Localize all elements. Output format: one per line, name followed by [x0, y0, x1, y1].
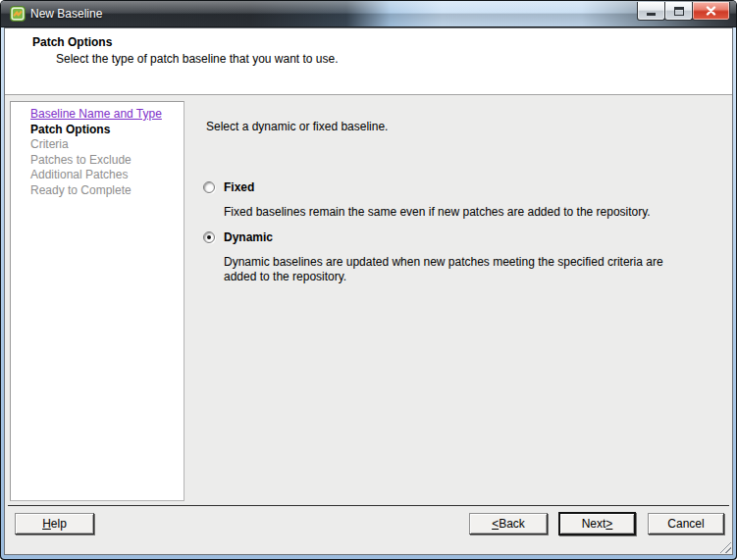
page-title: Patch Options	[32, 35, 112, 49]
window-frame: New Baseline Patch Options Select t	[0, 0, 737, 560]
sidebar-item-criteria: Criteria	[30, 137, 184, 153]
dynamic-radio-label[interactable]: Dynamic	[224, 230, 273, 244]
close-icon	[706, 6, 716, 16]
sidebar-item-baseline-name-and-type[interactable]: Baseline Name and Type	[30, 107, 184, 123]
close-button[interactable]	[692, 2, 730, 21]
maximize-button[interactable]	[664, 2, 693, 21]
radio-option-fixed: Fixed	[203, 180, 254, 194]
radio-dot	[207, 235, 211, 239]
fixed-radio-label[interactable]: Fixed	[224, 180, 254, 194]
maximize-icon	[674, 7, 684, 16]
wizard-header: Patch Options Select the type of patch b…	[5, 28, 732, 95]
cancel-button[interactable]: Cancel	[648, 513, 724, 535]
vsphere-app-icon[interactable]	[10, 6, 26, 22]
window-controls	[638, 2, 730, 21]
sidebar-item-patch-options: Patch Options	[30, 123, 184, 138]
resize-grip[interactable]	[718, 540, 731, 553]
window-title: New Baseline	[30, 7, 102, 21]
back-button[interactable]: < Back	[469, 513, 548, 535]
sidebar-item-patches-to-exclude: Patches to Exclude	[30, 153, 184, 169]
sidebar-item-additional-patches: Additional Patches	[30, 168, 184, 183]
instruction-text: Select a dynamic or fixed baseline.	[206, 120, 388, 133]
page-subtitle: Select the type of patch baseline that y…	[56, 52, 339, 66]
new-baseline-dialog: New Baseline Patch Options Select t	[0, 0, 737, 560]
footer-separator	[8, 505, 729, 506]
minimize-icon	[647, 13, 656, 16]
dynamic-radio[interactable]	[203, 231, 215, 243]
next-button[interactable]: Next >	[558, 512, 636, 535]
radio-option-dynamic: Dynamic	[203, 230, 273, 244]
wizard-steps-sidebar: Baseline Name and Type Patch Options Cri…	[10, 101, 184, 501]
sidebar-item-ready-to-complete: Ready to Complete	[30, 183, 184, 199]
minimize-button[interactable]	[637, 2, 665, 21]
help-button[interactable]: Help	[15, 513, 94, 535]
titlebar[interactable]: New Baseline	[1, 1, 736, 27]
fixed-radio[interactable]	[203, 181, 215, 193]
dynamic-description: Dynamic baselines are updated when new p…	[224, 255, 667, 284]
fixed-description: Fixed baselines remain the same even if …	[224, 205, 685, 220]
dialog-body: Patch Options Select the type of patch b…	[4, 27, 733, 555]
